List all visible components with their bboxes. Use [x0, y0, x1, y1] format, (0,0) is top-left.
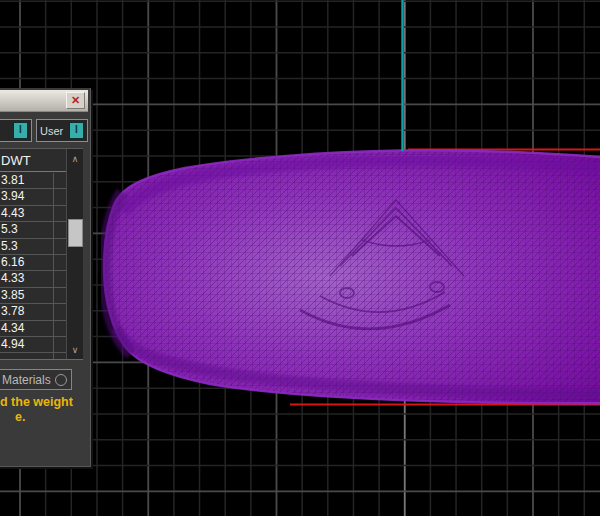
dwt-value: 5.3 — [0, 239, 54, 254]
circle-icon — [55, 374, 67, 386]
dwt-value: 3.94 — [0, 189, 54, 204]
purple-mesh-bangle[interactable] — [104, 150, 600, 403]
table-row[interactable]: 3.94 — [0, 189, 67, 205]
dwt-value — [0, 353, 54, 359]
table-row[interactable]: 6.16 — [0, 255, 67, 271]
dwt-value: 6.16 — [0, 255, 54, 270]
weight-palette: ✕ GV I User I DWT 3.813.944.435.35.36.16… — [0, 88, 91, 467]
materials-label: Materials — [0, 373, 55, 387]
table-row[interactable]: 4.43 — [0, 206, 67, 222]
palette-titlebar[interactable]: ✕ — [0, 90, 88, 112]
toggle-user-indicator-icon: I — [69, 122, 84, 139]
close-icon[interactable]: ✕ — [66, 92, 85, 109]
weight-table: DWT 3.813.944.435.35.36.164.333.853.784.… — [0, 148, 83, 360]
table-row[interactable]: 5.3 — [0, 239, 67, 255]
table-row[interactable]: 4.34 — [0, 321, 67, 337]
toggle-user-label: User — [40, 125, 69, 137]
toggle-gv-label: GV — [0, 125, 13, 137]
viewport-stage: ✕ GV I User I DWT 3.813.944.435.35.36.16… — [0, 0, 600, 516]
dwt-value: 4.43 — [0, 206, 54, 221]
table-row[interactable]: 3.78 — [0, 304, 67, 320]
dwt-value: 3.85 — [0, 288, 54, 303]
dwt-value: 4.33 — [0, 271, 54, 286]
toggle-gv[interactable]: GV I — [0, 119, 32, 142]
table-row[interactable]: 3.81 — [0, 173, 67, 189]
dwt-value: 3.81 — [0, 173, 54, 188]
table-row[interactable]: 4.94 — [0, 337, 67, 353]
toggle-gv-indicator-icon: I — [13, 122, 28, 139]
toggle-user[interactable]: User I — [36, 119, 88, 142]
table-body: 3.813.944.435.35.36.164.333.853.784.344.… — [0, 173, 67, 359]
dwt-value: 4.34 — [0, 321, 54, 336]
dwt-value: 3.78 — [0, 304, 54, 319]
table-scrollbar[interactable]: ∧ ∨ — [66, 149, 83, 359]
column-header-dwt[interactable]: DWT — [0, 149, 67, 172]
materials-selector[interactable]: Materials — [0, 369, 72, 390]
table-row[interactable]: 4.33 — [0, 271, 67, 287]
scroll-up-icon[interactable]: ∧ — [67, 152, 83, 166]
dwt-value: 5.3 — [0, 222, 54, 237]
status-message-line1: d the weight — [0, 395, 73, 409]
scrollbar-thumb[interactable] — [68, 219, 83, 247]
table-row[interactable]: 5.3 — [0, 222, 67, 238]
status-message-line2: e. — [15, 410, 25, 424]
dwt-value: 4.94 — [0, 337, 54, 352]
table-row[interactable] — [0, 353, 67, 359]
scroll-down-icon[interactable]: ∨ — [67, 343, 83, 357]
table-row[interactable]: 3.85 — [0, 288, 67, 304]
